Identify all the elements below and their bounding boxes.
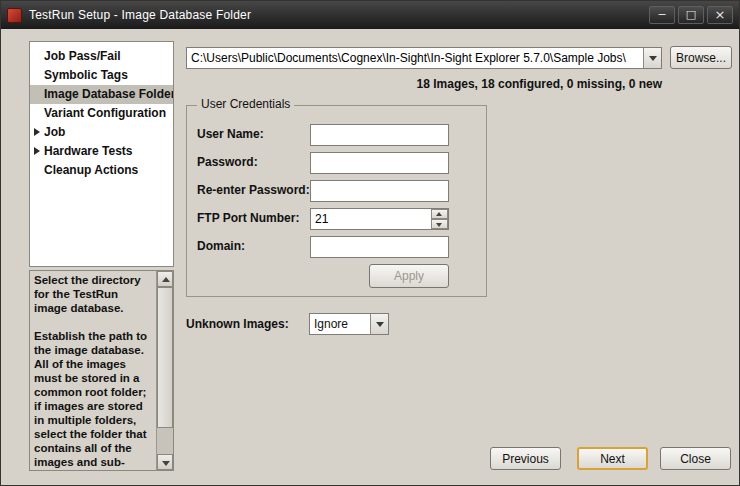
reenter-password-label: Re-enter Password: <box>197 183 310 197</box>
arrow-down-icon <box>436 223 442 227</box>
unknown-images-label: Unknown Images: <box>186 317 289 331</box>
close-window-button[interactable]: × <box>707 6 733 24</box>
titlebar: TestRun Setup - Image Database Folder ─ … <box>1 1 739 29</box>
window-controls: ─ □ × <box>649 6 733 24</box>
expand-arrow-icon[interactable] <box>34 128 40 136</box>
image-count-status: 18 Images, 18 configured, 0 missing, 0 n… <box>186 77 662 93</box>
setup-step-list: Job Pass/Fail Symbolic Tags Image Databa… <box>29 41 174 267</box>
ftp-port-spin-buttons <box>431 209 448 229</box>
password-label: Password: <box>197 155 258 169</box>
user-name-label: User Name: <box>197 127 264 141</box>
unknown-images-dropdown-button[interactable] <box>370 314 388 334</box>
sidebar-item-image-database-folder[interactable]: Image Database Folder <box>30 85 173 104</box>
sidebar-item-cleanup-actions[interactable]: Cleanup Actions <box>30 161 173 180</box>
sidebar-item-symbolic-tags[interactable]: Symbolic Tags <box>30 66 173 85</box>
chevron-down-icon <box>376 322 384 327</box>
sidebar-item-label: Job Pass/Fail <box>44 49 121 63</box>
app-icon <box>7 8 22 23</box>
ftp-port-row: FTP Port Number: <box>187 208 486 230</box>
minimize-button[interactable]: ─ <box>649 6 675 24</box>
ftp-port-label: FTP Port Number: <box>197 211 299 225</box>
user-name-field[interactable] <box>310 124 449 146</box>
ftp-port-field[interactable] <box>310 208 449 230</box>
testrun-setup-window: TestRun Setup - Image Database Folder ─ … <box>0 0 740 486</box>
domain-label: Domain: <box>197 239 245 253</box>
previous-button[interactable]: Previous <box>490 447 561 470</box>
user-credentials-title: User Credentials <box>197 97 294 111</box>
sidebar-item-hardware-tests[interactable]: Hardware Tests <box>30 142 173 161</box>
sidebar-item-label: Image Database Folder <box>44 87 173 101</box>
reenter-password-field[interactable] <box>310 180 449 202</box>
domain-row: Domain: <box>187 236 486 258</box>
sidebar-item-label: Hardware Tests <box>44 144 132 158</box>
arrow-up-icon <box>436 212 442 216</box>
expand-arrow-icon[interactable] <box>34 147 40 155</box>
ftp-port-spinner <box>310 208 449 230</box>
image-database-path-input[interactable] <box>187 48 661 68</box>
description-scrollbar[interactable] <box>156 271 173 470</box>
path-combo-dropdown-button[interactable] <box>643 48 661 68</box>
sidebar-item-label: Variant Configuration <box>44 106 166 120</box>
user-name-row: User Name: <box>187 124 486 146</box>
image-database-path-combo <box>186 47 662 69</box>
unknown-images-dropdown[interactable]: Ignore <box>309 313 389 335</box>
sidebar-item-label: Symbolic Tags <box>44 68 128 82</box>
next-button[interactable]: Next <box>577 447 648 470</box>
chevron-down-icon <box>649 56 657 61</box>
user-credentials-group: User Credentials User Name: Password: Re… <box>186 105 487 297</box>
arrow-down-icon <box>162 461 170 466</box>
password-row: Password: <box>187 152 486 174</box>
sidebar-item-job-pass-fail[interactable]: Job Pass/Fail <box>30 47 173 66</box>
close-button[interactable]: Close <box>660 447 731 470</box>
apply-button[interactable]: Apply <box>369 264 449 288</box>
scrollbar-thumb[interactable] <box>157 287 173 428</box>
unknown-images-selected-value: Ignore <box>314 317 368 331</box>
scroll-up-button[interactable] <box>157 271 173 287</box>
reenter-password-row: Re-enter Password: <box>187 180 486 202</box>
window-title: TestRun Setup - Image Database Folder <box>29 8 251 22</box>
maximize-button[interactable]: □ <box>678 6 704 24</box>
arrow-up-icon <box>162 277 170 282</box>
browse-button[interactable]: Browse... <box>670 46 732 69</box>
sidebar-item-job[interactable]: Job <box>30 123 173 142</box>
spin-down-button[interactable] <box>431 219 448 229</box>
domain-field[interactable] <box>310 236 449 258</box>
step-description-text: Select the directory for the TestRun ima… <box>34 273 153 469</box>
password-field[interactable] <box>310 152 449 174</box>
sidebar-item-label: Job <box>44 125 65 139</box>
scroll-down-button[interactable] <box>157 454 173 470</box>
sidebar-item-variant-configuration[interactable]: Variant Configuration <box>30 104 173 123</box>
sidebar-item-label: Cleanup Actions <box>44 163 138 177</box>
step-description-box: Select the directory for the TestRun ima… <box>29 270 174 471</box>
spin-up-button[interactable] <box>431 209 448 219</box>
